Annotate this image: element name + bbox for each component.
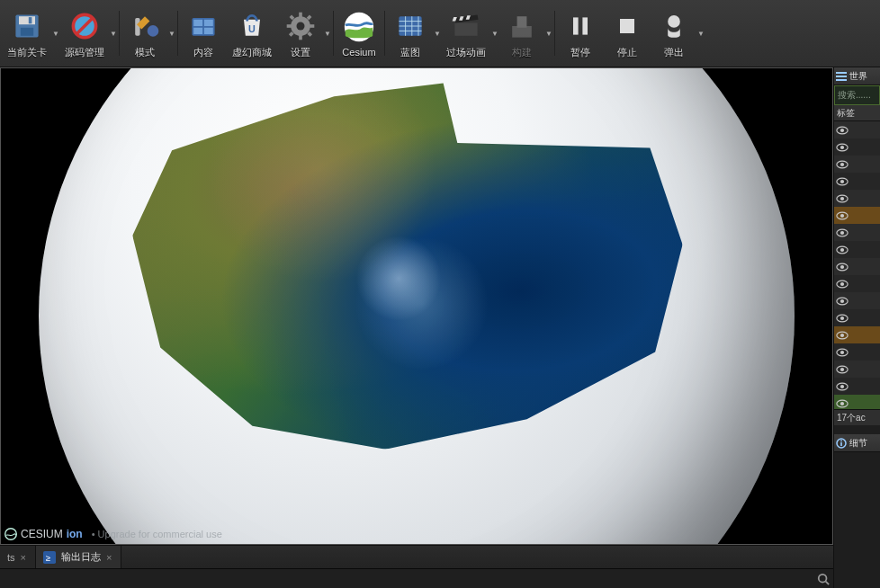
svg-point-56 — [840, 162, 844, 165]
chevron-down-icon[interactable]: ▼ — [545, 30, 554, 38]
save-level-button[interactable]: 当前关卡 ▼ — [2, 2, 59, 65]
svg-rect-10 — [193, 19, 202, 25]
toolbar-label: 构建 — [512, 46, 532, 59]
visibility-eye-icon[interactable] — [836, 227, 849, 239]
settings-button[interactable]: 设置 ▼ — [277, 2, 331, 65]
svg-rect-86 — [840, 442, 842, 446]
stop-icon — [609, 8, 645, 44]
outliner-row[interactable] — [834, 190, 880, 207]
outliner-row[interactable] — [834, 138, 880, 156]
outliner-row[interactable] — [834, 173, 880, 190]
content-button[interactable]: 内容 — [180, 2, 227, 65]
chevron-down-icon[interactable]: ▼ — [168, 30, 177, 38]
list-icon — [836, 71, 847, 82]
svg-rect-37 — [512, 26, 532, 38]
toolbar-label: 暂停 — [570, 46, 590, 59]
tab-output-log[interactable]: ≥ 输出日志 × — [36, 546, 121, 568]
outliner-search[interactable]: 搜索...... — [834, 85, 880, 105]
viewport-column: CESIUM ion • Upgrade for commercial use … — [0, 67, 833, 588]
visibility-eye-icon[interactable] — [836, 295, 849, 307]
visibility-eye-icon[interactable] — [836, 158, 849, 171]
toolbar-label: Cesium — [342, 47, 375, 58]
outliner-row[interactable] — [834, 207, 880, 224]
cesium-watermark: CESIUM ion • Upgrade for commercial use — [4, 528, 222, 540]
toolbar-label: 源码管理 — [65, 46, 104, 59]
outliner-row[interactable] — [834, 343, 880, 361]
eject-button[interactable]: 弹出 ▼ — [651, 2, 705, 65]
chevron-down-icon[interactable]: ▼ — [324, 30, 333, 38]
toolbar-label: 过场动画 — [446, 46, 486, 59]
svg-rect-50 — [836, 79, 847, 81]
outliner-row[interactable] — [834, 241, 880, 258]
svg-point-58 — [840, 179, 844, 183]
tab-left[interactable]: ts × — [0, 546, 36, 568]
outliner-row[interactable] — [834, 361, 880, 378]
svg-point-82 — [840, 384, 844, 388]
visibility-eye-icon[interactable] — [836, 261, 849, 273]
stop-button[interactable]: 停止 — [604, 2, 651, 65]
visibility-eye-icon[interactable] — [836, 192, 849, 205]
outliner-row[interactable] — [834, 326, 880, 343]
svg-line-47 — [826, 581, 830, 584]
blueprint-button[interactable]: 蓝图 ▼ — [387, 2, 441, 65]
main-area: CESIUM ion • Upgrade for commercial use … — [0, 67, 880, 588]
chevron-down-icon[interactable]: ▼ — [697, 30, 706, 38]
outliner-row[interactable] — [834, 275, 880, 292]
outliner-row[interactable] — [834, 224, 880, 241]
outliner-row[interactable] — [834, 378, 880, 395]
toolbar-label: 当前关卡 — [7, 46, 47, 59]
visibility-eye-icon[interactable] — [836, 209, 849, 222]
build-button[interactable]: 构建 ▼ — [498, 2, 552, 65]
visibility-eye-icon[interactable] — [836, 363, 849, 376]
outliner-list[interactable] — [834, 121, 880, 409]
search-icon[interactable] — [817, 573, 830, 585]
column-label: 标签 — [837, 107, 855, 120]
source-control-button[interactable]: 源码管理 ▼ — [59, 2, 117, 65]
visibility-eye-icon[interactable] — [836, 397, 849, 410]
outliner-row[interactable] — [834, 395, 880, 409]
world-outliner-header[interactable]: 世界 — [834, 67, 880, 85]
marketplace-icon: U — [234, 8, 270, 44]
svg-rect-1 — [19, 16, 35, 24]
cesium-button[interactable]: Cesium — [336, 2, 382, 65]
bottom-tab-strip: ts × ≥ 输出日志 × — [0, 545, 833, 568]
visibility-eye-icon[interactable] — [836, 312, 849, 325]
close-icon[interactable]: × — [21, 552, 26, 563]
svg-rect-3 — [29, 17, 32, 23]
visibility-eye-icon[interactable] — [836, 380, 849, 393]
cinematic-button[interactable]: 过场动画 ▼ — [441, 2, 498, 65]
tab-label: ts — [7, 552, 15, 563]
outliner-column-header[interactable]: 标签 — [834, 105, 880, 121]
eject-icon — [656, 8, 692, 44]
close-icon[interactable]: × — [106, 552, 112, 563]
toolbar-separator — [333, 11, 334, 56]
level-viewport[interactable]: CESIUM ion • Upgrade for commercial use — [0, 67, 833, 545]
outliner-row[interactable] — [834, 121, 880, 138]
visibility-eye-icon[interactable] — [836, 141, 849, 154]
build-icon — [504, 8, 540, 44]
visibility-eye-icon[interactable] — [836, 346, 849, 359]
watermark-brand: CESIUM — [21, 528, 63, 540]
visibility-eye-icon[interactable] — [836, 329, 849, 342]
svg-rect-20 — [310, 24, 314, 28]
outliner-row[interactable] — [834, 292, 880, 309]
visibility-eye-icon[interactable] — [836, 278, 849, 290]
outliner-row[interactable] — [834, 309, 880, 326]
chevron-down-icon[interactable]: ▼ — [110, 30, 119, 38]
outliner-row[interactable] — [834, 258, 880, 275]
panel-gap — [834, 425, 880, 434]
visibility-eye-icon[interactable] — [836, 244, 849, 256]
svg-text:U: U — [248, 23, 256, 34]
outliner-row[interactable] — [834, 156, 880, 173]
details-header[interactable]: 细节 — [834, 434, 880, 452]
mode-button[interactable]: 模式 ▼ — [121, 2, 175, 65]
visibility-eye-icon[interactable] — [836, 124, 849, 137]
marketplace-button[interactable]: U 虚幻商城 — [227, 2, 277, 65]
svg-point-8 — [148, 25, 159, 37]
pause-button[interactable]: 暂停 — [557, 2, 604, 65]
toolbar-separator — [177, 11, 178, 56]
visibility-eye-icon[interactable] — [836, 175, 849, 188]
source-control-icon — [67, 8, 103, 44]
cesium-icon — [341, 9, 377, 45]
log-search-input[interactable] — [0, 574, 817, 584]
